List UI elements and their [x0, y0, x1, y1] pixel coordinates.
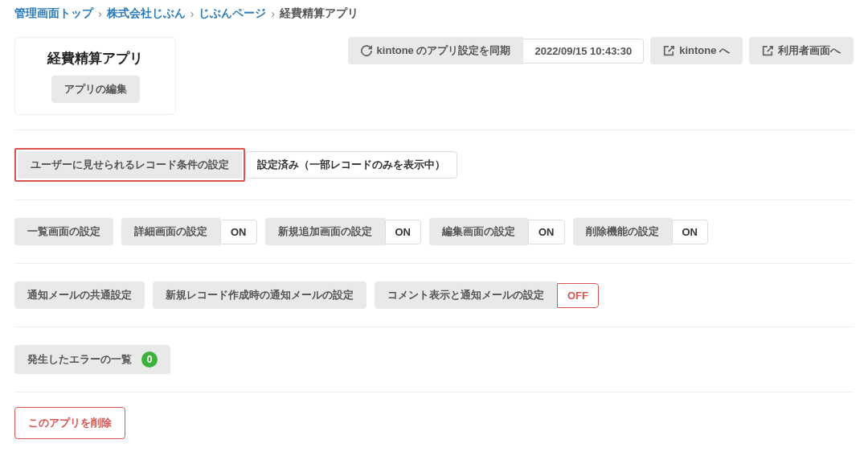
detail-screen-group: 詳細画面の設定 ON	[121, 218, 257, 245]
edit-screen-settings-button[interactable]: 編集画面の設定	[429, 218, 528, 245]
error-count-badge: 0	[141, 351, 158, 368]
to-userscreen-label: 利用者画面へ	[778, 43, 841, 58]
delete-feature-toggle: ON	[672, 220, 709, 244]
to-userscreen-button[interactable]: 利用者画面へ	[749, 37, 854, 64]
page-title: 経費精算アプリ	[47, 49, 143, 68]
detail-screen-toggle: ON	[220, 220, 257, 244]
app-title-card: 経費精算アプリ アプリの編集	[14, 37, 176, 115]
breadcrumb-link-company[interactable]: 株式会社じぶん	[107, 6, 186, 21]
add-screen-group: 新規追加画面の設定 ON	[265, 218, 422, 245]
chevron-right-icon: ›	[190, 7, 194, 20]
sync-button-label: kintone のアプリ設定を同期	[377, 43, 511, 58]
add-screen-settings-button[interactable]: 新規追加画面の設定	[265, 218, 385, 245]
edit-app-button[interactable]: アプリの編集	[51, 76, 140, 103]
sync-group: kintone のアプリ設定を同期 2022/09/15 10:43:30	[348, 37, 645, 64]
external-link-icon	[762, 45, 773, 56]
to-kintone-button[interactable]: kintone へ	[650, 37, 743, 64]
error-list-button[interactable]: 発生したエラーの一覧 0	[14, 345, 170, 374]
mail-comment-settings-button[interactable]: コメント表示と通知メールの設定	[375, 281, 557, 309]
to-kintone-label: kintone へ	[679, 43, 730, 58]
breadcrumb-current: 経費精算アプリ	[280, 6, 358, 21]
sync-timestamp: 2022/09/15 10:43:30	[523, 39, 644, 64]
delete-app-button[interactable]: このアプリを削除	[14, 407, 125, 439]
mail-comment-group: コメント表示と通知メールの設定 OFF	[375, 281, 599, 309]
list-screen-settings-button[interactable]: 一覧画面の設定	[14, 218, 113, 245]
chevron-right-icon: ›	[98, 7, 102, 20]
breadcrumb-link-page[interactable]: じぶんページ	[199, 6, 266, 21]
edit-screen-group: 編集画面の設定 ON	[429, 218, 565, 245]
record-condition-highlight: ユーザーに見せられるレコード条件の設定	[14, 148, 245, 182]
mail-common-settings-button[interactable]: 通知メールの共通設定	[14, 281, 145, 309]
breadcrumb-link-top[interactable]: 管理画面トップ	[14, 6, 93, 21]
delete-feature-group: 削除機能の設定 ON	[573, 218, 709, 245]
sync-kintone-button[interactable]: kintone のアプリ設定を同期	[348, 37, 524, 64]
external-link-icon	[663, 45, 674, 56]
record-condition-button[interactable]: ユーザーに見せられるレコード条件の設定	[18, 151, 242, 179]
top-action-bar: kintone のアプリ設定を同期 2022/09/15 10:43:30 ki…	[348, 37, 854, 64]
detail-screen-settings-button[interactable]: 詳細画面の設定	[121, 218, 220, 245]
record-condition-status: 設定済み（一部レコードのみを表示中）	[245, 151, 457, 179]
delete-feature-settings-button[interactable]: 削除機能の設定	[573, 218, 672, 245]
add-screen-toggle: ON	[385, 220, 422, 244]
refresh-icon	[361, 45, 372, 56]
mail-new-record-settings-button[interactable]: 新規レコード作成時の通知メールの設定	[153, 281, 366, 309]
error-list-label: 発生したエラーの一覧	[27, 352, 132, 367]
breadcrumb: 管理画面トップ › 株式会社じぶん › じぶんページ › 経費精算アプリ	[0, 0, 868, 27]
mail-comment-toggle: OFF	[557, 283, 599, 308]
edit-screen-toggle: ON	[528, 220, 565, 244]
chevron-right-icon: ›	[271, 7, 275, 20]
